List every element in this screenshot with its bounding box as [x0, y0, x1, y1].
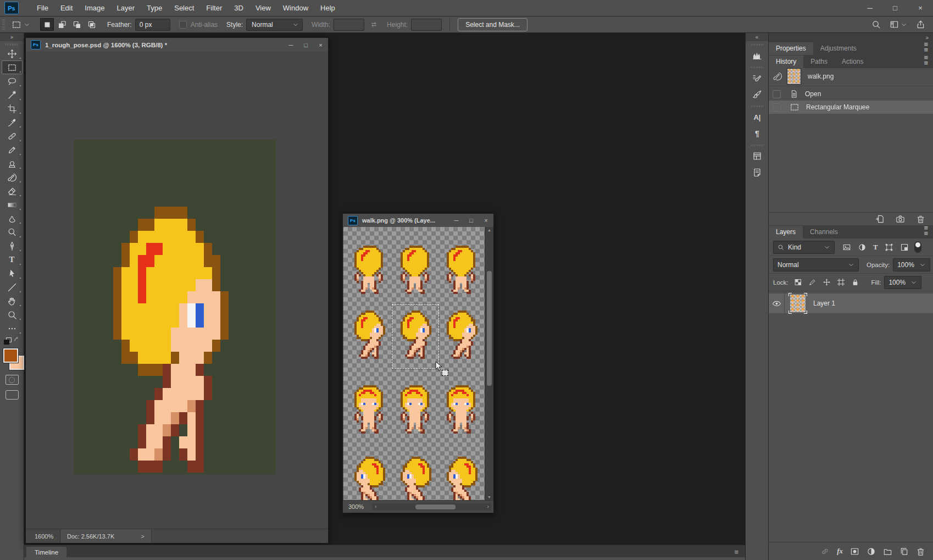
type-tool[interactable]: T [2, 253, 23, 267]
new-adjustment-layer-icon[interactable] [867, 547, 876, 556]
blend-mode-select[interactable]: Normal [773, 258, 859, 271]
libraries-panel-icon[interactable] [746, 148, 769, 164]
minimize-button[interactable]: ─ [857, 0, 882, 16]
hand-tool[interactable] [2, 294, 23, 308]
layer-row-layer-1[interactable]: Layer 1 [769, 293, 933, 313]
tab-history[interactable]: History [769, 56, 803, 68]
lock-all-icon[interactable] [851, 278, 859, 286]
new-doc-from-state-icon[interactable] [875, 214, 885, 224]
character-panel-icon[interactable]: A| [746, 109, 769, 125]
menu-layer[interactable]: Layer [111, 4, 141, 12]
delete-layer-icon[interactable] [916, 547, 925, 556]
edit-toolbar-button[interactable] [2, 321, 23, 335]
move-tool[interactable] [2, 47, 23, 60]
brushes-panel-icon[interactable] [746, 86, 769, 103]
doc-maximize-button[interactable]: □ [298, 42, 313, 48]
panel-menu-icon[interactable]: ≡≡ [924, 42, 928, 53]
vertical-scroll-thumb[interactable] [487, 271, 492, 386]
canvas[interactable] [74, 140, 276, 474]
line-tool[interactable] [2, 280, 23, 294]
scroll-left-arrow[interactable]: ‹ [375, 503, 377, 509]
swap-width-height-icon[interactable] [370, 20, 378, 29]
opacity-input[interactable]: 100% [893, 258, 930, 271]
delete-state-icon[interactable] [916, 214, 925, 224]
add-layer-mask-icon[interactable] [850, 547, 859, 556]
quick-selection-tool[interactable] [2, 88, 23, 102]
doc-minimize-button[interactable]: ─ [284, 42, 298, 48]
document-title-bar[interactable]: Ps 1_rough_pose.psd @ 1600% (3, RGB/8) *… [26, 38, 328, 52]
spot-healing-brush-tool[interactable] [2, 129, 23, 143]
feather-input[interactable]: 0 px [135, 19, 170, 31]
tab-adjustments[interactable]: Adjustments [813, 42, 864, 55]
menu-window[interactable]: Window [277, 4, 314, 12]
lock-pixels-icon[interactable] [808, 278, 817, 286]
paragraph-panel-icon[interactable]: ¶ [746, 125, 769, 142]
select-and-mask-button[interactable]: Select and Mask... [458, 18, 527, 31]
toolbar-collapse-chevrons[interactable]: » [0, 33, 24, 41]
timeline-menu-icon[interactable]: ≡ [734, 548, 738, 556]
menu-filter[interactable]: Filter [200, 4, 228, 12]
zoom-tool[interactable] [2, 308, 23, 321]
width-input[interactable] [334, 19, 364, 31]
zoom-level[interactable]: 300% [348, 503, 368, 510]
lock-transparency-icon[interactable] [794, 278, 802, 286]
workspace-switcher[interactable] [890, 20, 907, 29]
style-select[interactable]: Normal [246, 19, 303, 31]
document-window-rough-pose[interactable]: Ps 1_rough_pose.psd @ 1600% (3, RGB/8) *… [25, 37, 329, 544]
height-input[interactable] [411, 19, 442, 31]
tab-actions[interactable]: Actions [835, 56, 870, 68]
lasso-tool[interactable] [2, 74, 23, 88]
doc-minimize-button[interactable]: ─ [449, 217, 464, 224]
anti-alias-checkbox[interactable] [179, 21, 187, 29]
screen-mode-button[interactable] [5, 390, 19, 400]
doc-close-button[interactable]: × [479, 217, 493, 224]
sprite-sheet-canvas[interactable] [343, 227, 485, 501]
eyedropper-tool[interactable] [2, 115, 23, 129]
new-layer-icon[interactable] [899, 547, 909, 556]
filter-shape-layers-icon[interactable] [885, 243, 893, 252]
filter-adjustment-layers-icon[interactable] [858, 243, 867, 252]
dodge-tool[interactable] [2, 225, 23, 239]
default-colors-icon[interactable] [4, 337, 11, 344]
document-viewport[interactable] [26, 52, 328, 529]
smudge-tool[interactable] [2, 212, 23, 225]
new-selection-button[interactable] [40, 18, 54, 31]
pencil-tool[interactable] [2, 143, 23, 157]
eraser-tool[interactable] [2, 184, 23, 198]
panel-expand-chevrons[interactable]: » [769, 33, 933, 42]
notes-panel-icon[interactable] [746, 164, 769, 181]
menu-3d[interactable]: 3D [228, 4, 249, 12]
menu-select[interactable]: Select [168, 4, 200, 12]
menu-help[interactable]: Help [314, 4, 341, 12]
lock-artboard-icon[interactable] [837, 278, 845, 286]
tab-layers[interactable]: Layers [769, 226, 803, 239]
tab-timeline[interactable]: Timeline [26, 547, 66, 558]
rectangular-marquee-tool[interactable] [2, 60, 23, 74]
history-brush-source-icon[interactable] [773, 71, 782, 81]
add-selection-button[interactable] [55, 18, 69, 31]
menu-edit[interactable]: Edit [54, 4, 79, 12]
layer-name[interactable]: Layer 1 [813, 300, 835, 307]
history-source-checkbox[interactable] [773, 90, 781, 98]
search-icon[interactable] [871, 20, 881, 29]
document-title-bar[interactable]: Ps walk.png @ 300% (Laye... ─ □ × [343, 214, 493, 228]
layer-effects-icon[interactable]: fx [837, 547, 843, 556]
tab-paths[interactable]: Paths [803, 56, 835, 68]
doc-maximize-button[interactable]: □ [464, 217, 479, 224]
gradient-tool[interactable] [2, 198, 23, 212]
share-icon[interactable] [916, 20, 925, 29]
document-window-walk-png[interactable]: Ps walk.png @ 300% (Laye... ─ □ × ▲ ▼ 30… [342, 213, 494, 513]
doc-close-button[interactable]: × [313, 42, 328, 48]
dock-collapse-chevrons[interactable]: « [746, 33, 768, 41]
filter-type-layers-icon[interactable]: T [873, 243, 878, 252]
brush-settings-panel-icon[interactable] [746, 70, 769, 86]
layer-visibility-toggle[interactable] [769, 293, 785, 313]
new-group-icon[interactable] [883, 547, 892, 556]
panel-menu-icon[interactable]: ≡≡ [924, 225, 928, 236]
menu-image[interactable]: Image [79, 4, 110, 12]
history-state-open[interactable]: Open [769, 87, 933, 101]
history-brush-tool[interactable] [2, 170, 23, 184]
filter-toggle-switch[interactable] [914, 241, 921, 253]
panel-menu-icon[interactable]: ≡≡ [924, 55, 928, 66]
menu-view[interactable]: View [249, 4, 277, 12]
